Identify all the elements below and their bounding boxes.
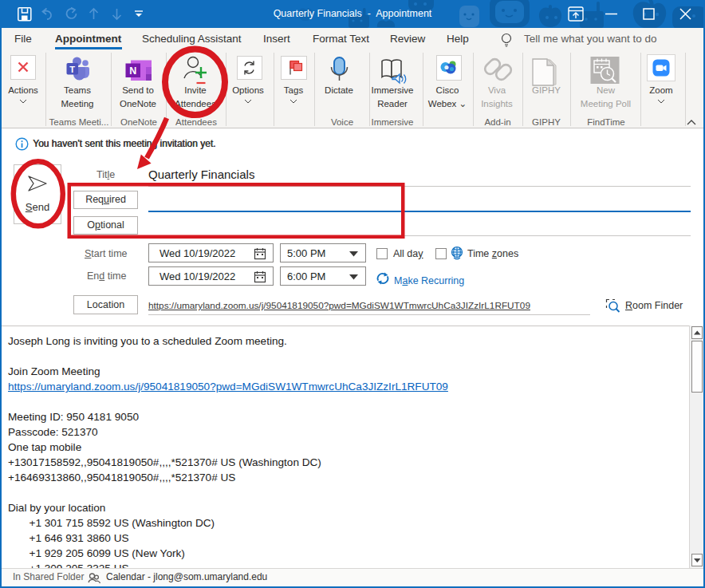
svg-text:T: T bbox=[69, 65, 75, 74]
svg-text:N: N bbox=[129, 65, 136, 77]
